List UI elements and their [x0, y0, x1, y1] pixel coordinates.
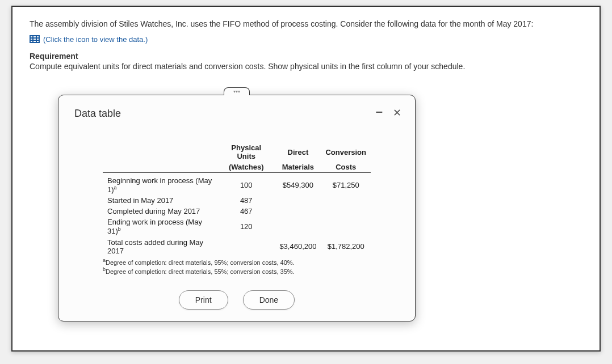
requirement-body: Compute equivalent units for direct mate… [30, 62, 582, 71]
row3-label: Completed during May 2017 [103, 206, 217, 217]
row4-units: 120 [217, 217, 275, 236]
print-button[interactable]: Print [179, 290, 228, 310]
table-row: Ending work in process (May 31)b 120 [103, 217, 371, 236]
page-wrapper: The assembly division of Stiles Watches,… [11, 6, 601, 352]
window-controls: – ✕ [376, 107, 401, 119]
col-conversion-top: Conversion [321, 142, 371, 162]
col-physical-units-sub: (Watches) [217, 162, 275, 173]
row4-sup: b [118, 226, 121, 232]
data-table-modal: ▾▾▾ Data table – ✕ Physical Units Direct… [58, 95, 416, 321]
requirement-block: Requirement Compute equivalent units for… [30, 52, 582, 71]
data-area: Physical Units Direct Conversion (Watche… [103, 142, 371, 275]
close-icon[interactable]: ✕ [393, 107, 401, 119]
requirement-heading: Requirement [30, 52, 582, 61]
row5-cc: $1,782,200 [321, 237, 371, 256]
col-physical-units-top: Physical Units [217, 142, 275, 162]
view-data-link-text: (Click the icon to view the data.) [43, 35, 148, 44]
row2-units: 487 [217, 195, 275, 206]
row1-dm: $549,300 [275, 175, 321, 195]
view-data-link[interactable]: (Click the icon to view the data.) [30, 35, 148, 44]
row4-label: Ending work in process (May 31) [107, 218, 202, 235]
row5-label: Total costs added during May 2017 [103, 237, 217, 256]
data-table: Physical Units Direct Conversion (Watche… [103, 142, 371, 256]
table-row: Beginning work in process (May 1)a 100 $… [103, 175, 371, 195]
modal-title: Data table [74, 108, 399, 120]
footnote-b: bDegree of completion: direct materials,… [103, 266, 371, 275]
done-button[interactable]: Done [243, 290, 295, 310]
col-direct-top: Direct [275, 142, 321, 162]
row3-units: 467 [217, 206, 275, 217]
col-direct-sub: Materials [275, 162, 321, 173]
footnote-a-text: Degree of completion: direct materials, … [106, 259, 295, 265]
modal-buttons: Print Done [58, 290, 415, 310]
table-row: Completed during May 2017 467 [103, 206, 371, 217]
row2-label: Started in May 2017 [103, 195, 217, 206]
modal-tab-handle[interactable]: ▾▾▾ [224, 87, 250, 95]
col-conversion-sub: Costs [321, 162, 371, 173]
problem-intro: The assembly division of Stiles Watches,… [30, 18, 582, 30]
row1-sup: a [114, 185, 117, 191]
table-row: Total costs added during May 2017 $3,460… [103, 237, 371, 256]
table-icon [30, 35, 40, 43]
footnote-b-text: Degree of completion: direct materials, … [106, 268, 295, 275]
row1-label: Beginning work in process (May 1) [107, 176, 212, 194]
footnote-a: aDegree of completion: direct materials,… [103, 257, 371, 266]
table-row: Started in May 2017 487 [103, 195, 371, 206]
row1-cc: $71,250 [321, 175, 371, 195]
row5-dm: $3,460,200 [275, 237, 321, 256]
row1-units: 100 [217, 175, 275, 195]
problem-intro-text: The assembly division of Stiles Watches,… [30, 19, 533, 28]
minimize-icon[interactable]: – [376, 108, 383, 118]
